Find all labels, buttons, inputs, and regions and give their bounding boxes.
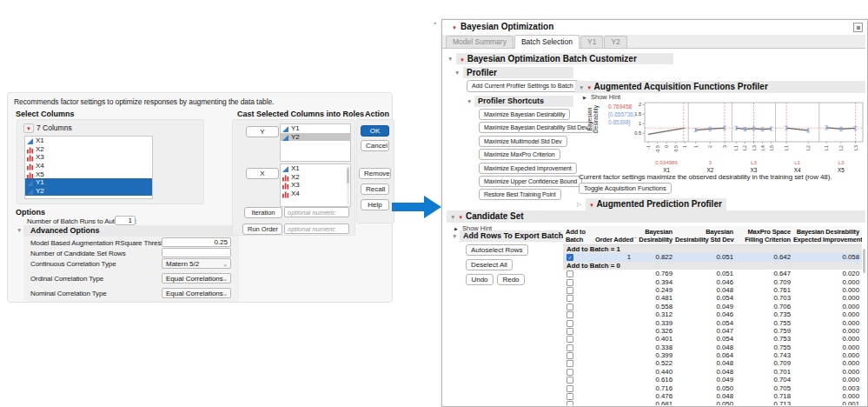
add-settings-button[interactable]: Add Current Profiler Settings to Batch [467,80,579,92]
checkbox-unchecked[interactable] [567,270,573,277]
table-row[interactable]: 0.6160.0490.7040.000 [563,376,862,384]
shortcut-button[interactable]: Maximize Multimodel Std Dev [479,136,567,147]
checkbox-unchecked[interactable] [567,287,573,294]
column-list-item[interactable]: X3 [281,181,350,190]
table-row[interactable]: 0.3390.0540.7550.000 [563,319,862,327]
table-row[interactable]: 0.3940.0460.7090.000 [563,278,862,286]
checkbox-unchecked[interactable] [567,360,573,367]
table-row[interactable]: 0.4760.0480.7180.000 [563,392,862,400]
checkbox-unchecked[interactable] [567,311,573,318]
checkbox-unchecked[interactable] [567,304,573,310]
toggle-acquisition-button[interactable]: Toggle Acquisition Functions [579,183,672,194]
advanced-option-select[interactable]: Equal Correlations⌄ [162,288,231,298]
advanced-option-input[interactable]: 0.25 [162,237,231,247]
iteration-input[interactable]: optional numeric [284,207,349,217]
checkbox-unchecked[interactable] [567,320,573,327]
batch-runs-input[interactable]: 1 [115,216,136,225]
column-header[interactable]: Bayesian DesirabilityExpected Improvemen… [793,228,862,244]
checkbox-unchecked[interactable] [567,393,573,400]
prediction-disclosure-icon[interactable]: ▷ [577,201,581,208]
add-rows-disclosure-icon[interactable]: ▼ [452,233,457,239]
checkbox-checked[interactable]: ✓ [567,254,573,261]
acquisition-menu-icon[interactable]: ▼ [586,85,592,90]
x-role-list[interactable]: X1X2X3X4 [280,163,351,207]
ok-button[interactable]: OK [361,125,389,137]
candidate-table[interactable]: Add toBatch Order Added ˆBayesianDesirab… [563,226,862,405]
column-list-item[interactable]: Y2 [25,187,152,196]
shortcuts-disclosure-icon[interactable]: ▼ [467,98,472,104]
shortcut-button[interactable]: Maximize Upper Confidence Bound [479,176,582,187]
prediction-header[interactable]: ▼ Augmented Prediction Profiler [586,198,726,210]
x-list-scrollbar[interactable] [347,166,349,204]
column-header[interactable]: MaxPro SpaceFilling Criterion [736,228,793,244]
table-row[interactable]: 0.7690.0510.6470.020 [563,270,862,277]
customizer-menu-icon[interactable]: ▼ [460,57,465,63]
deselect-all-button[interactable]: Deselect All [466,259,513,270]
acquisition-disclosure-icon[interactable]: ▼ [579,84,584,90]
column-list-item[interactable]: Y1 [25,178,152,187]
table-row[interactable]: 0.3380.0480.7550.000 [563,344,862,351]
column-header[interactable]: Order Added ˆ [595,228,633,244]
recall-button[interactable]: Recall [361,183,389,195]
candidate-set-header[interactable]: ▼ ▼ Candidate Set [447,210,865,223]
window-restore-icon[interactable] [853,23,863,32]
profiler-disclosure-icon[interactable]: ▼ [454,70,460,76]
select-columns-list[interactable]: X1X2X3X4X5Y1Y2 [24,136,153,199]
autoselect-rows-button[interactable]: Autoselect Rows [466,244,528,256]
shortcut-button[interactable]: Maximize MaxPro Criterion [479,149,560,160]
shortcut-button[interactable]: Maximize Bayesian Desirability Std Dev [479,122,593,133]
checkbox-unchecked[interactable] [567,295,573,302]
advanced-option-input[interactable]: . [162,248,231,257]
table-row[interactable]: 0.4400.0480.7010.000 [563,368,862,376]
advanced-disclosure-icon[interactable]: ▼ [17,227,22,233]
profiler-plot[interactable]: 0.511.52-1-0.500.510.934986X11233X2L1L2L… [606,101,867,177]
advanced-option-select[interactable]: Matern 5/2⌄ [162,258,231,269]
profiler-header[interactable]: Profiler [463,67,573,78]
column-list-item[interactable]: Y2 [281,133,350,142]
undo-button[interactable]: Undo [466,274,494,285]
acquisition-header[interactable]: ▼ ▼ Augmented Acquisition Functions Prof… [575,81,865,93]
column-list-item[interactable]: X4 [25,162,152,170]
advanced-options-header[interactable]: Advanced Options [23,225,239,237]
table-row[interactable]: ✓10.8220.0510.6420.058 [563,253,862,261]
column-list-item[interactable]: X4 [281,190,350,198]
table-row[interactable]: 0.3260.0470.7590.000 [563,327,862,335]
x-role-button[interactable]: X [246,168,279,179]
columns-menu-button[interactable]: ▼ [23,123,34,133]
x-list-scroll-thumb[interactable] [347,168,349,183]
column-list-item[interactable]: X1 [25,137,152,145]
customizer-disclosure-icon[interactable]: ▼ [447,56,453,62]
candidate-menu-icon[interactable]: ▼ [458,215,463,220]
table-row[interactable]: 0.5580.0490.7060.000 [563,303,862,310]
table-row[interactable]: 0.7160.0500.7050.003 [563,384,862,392]
checkbox-unchecked[interactable] [567,352,573,359]
checkbox-unchecked[interactable] [567,328,573,335]
column-list-item[interactable]: X3 [25,153,152,162]
run-order-button[interactable]: Run Order [242,224,282,235]
shortcuts-header[interactable]: Profiler Shortcuts [474,96,573,107]
help-button[interactable]: Help [361,199,389,210]
table-row[interactable]: 0.3990.0640.7430.000 [563,351,862,359]
checkbox-unchecked[interactable] [567,401,573,405]
tab-y1[interactable]: Y1 [580,36,603,48]
checkbox-unchecked[interactable] [567,369,573,376]
prediction-menu-icon[interactable]: ▼ [589,203,594,208]
column-list-item[interactable]: X2 [25,145,152,154]
table-row[interactable]: 0.3120.0460.7350.000 [563,310,862,318]
iteration-button[interactable]: Iteration [244,207,282,218]
advanced-option-select[interactable]: Equal Correlations⌄ [162,273,231,284]
redo-button[interactable]: Redo [497,274,525,285]
tab-batch-selection[interactable]: Batch Selection [514,35,580,49]
column-list-item[interactable]: X5 [25,170,152,179]
table-row[interactable]: 0.4810.0540.7030.000 [563,294,862,302]
cancel-button[interactable]: Cancel [361,140,389,151]
shortcut-button[interactable]: Restore Best Training Point [479,189,561,200]
report-menu-icon[interactable]: ▼ [452,24,457,31]
column-header[interactable]: Add toBatch [563,228,595,244]
candidate-hint-arrow-icon[interactable]: ▶ [454,226,458,231]
table-row[interactable]: 0.2490.0480.7610.000 [563,286,862,294]
column-list-item[interactable]: X2 [281,173,350,182]
table-row[interactable]: 0.6810.0500.7130.001 [563,400,862,405]
add-rows-header[interactable]: Add Rows To Export Batch [460,230,562,242]
table-row[interactable]: 0.5220.0480.7090.000 [563,359,862,367]
